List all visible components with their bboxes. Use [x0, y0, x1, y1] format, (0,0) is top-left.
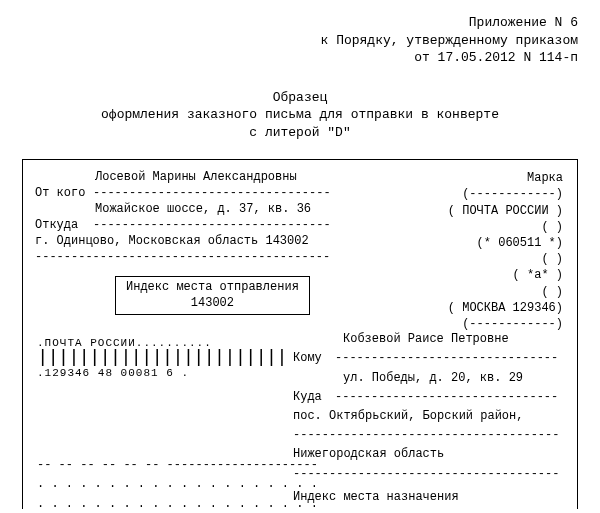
grid-row1: -- -- -- -- -- -- ---------------------	[37, 456, 318, 475]
from-label: От кого	[35, 186, 93, 200]
appendix-line3: от 17.05.2012 N 114-п	[22, 49, 578, 67]
grid-row2: . . . . . . . . . . . . . . . . . . . .	[37, 475, 318, 494]
dash-line: ---------------------------------	[93, 218, 331, 232]
dash-line: ----------------------------------------…	[35, 250, 330, 264]
recipient-addr1: ул. Победы, д. 20, кв. 29	[343, 369, 523, 388]
stamp-empty1: ( )	[433, 219, 563, 235]
stamp-dash: (------------)	[433, 186, 563, 202]
stamp-date: (* 060511 *)	[433, 235, 563, 251]
sender-addr1: Можайское шоссе, д. 37, кв. 36	[95, 202, 311, 216]
index-grid: -- -- -- -- -- -- --------------------- …	[37, 456, 318, 509]
origin-index-value: 143002	[126, 296, 299, 312]
appendix-line2: к Порядку, утвержденному приказом	[22, 32, 578, 50]
document-title: Образец оформления заказного письма для …	[22, 89, 578, 142]
stamp-a: ( *a* )	[433, 267, 563, 283]
title-line1: Образец	[22, 89, 578, 107]
sender-name: Лосевой Марины Александровны	[95, 170, 297, 184]
envelope-frame: Лосевой Марины Александровны От кого ---…	[22, 159, 578, 509]
stamp-label: Марка	[433, 170, 563, 186]
dash-line: -------------------------------	[335, 388, 558, 407]
recipient-addr2: пос. Октябрьский, Борский район,	[293, 407, 523, 426]
appendix-line1: Приложение N 6	[22, 14, 578, 32]
origin-index-box: Индекс места отправления 143002	[115, 276, 310, 315]
dash-line: -------------------------------	[335, 349, 558, 368]
dash-line: -------------------------------------	[293, 426, 559, 445]
stamp-empty2: ( )	[433, 251, 563, 267]
recipient-block: Кобзевой Раисе Петровне Кому -----------…	[293, 330, 563, 509]
where-from-label: Откуда	[35, 218, 93, 232]
recipient-name: Кобзевой Раисе Петровне	[343, 330, 509, 349]
title-line3: с литерой "D"	[22, 124, 578, 142]
to-label: Кому	[293, 349, 335, 368]
appendix-header: Приложение N 6 к Порядку, утвержденному …	[22, 14, 578, 67]
sender-block: Лосевой Марины Александровны От кого ---…	[35, 170, 340, 315]
where-to-label: Куда	[293, 388, 335, 407]
dest-index-label: Индекс места назначения	[293, 488, 563, 507]
sender-addr2: г. Одинцово, Московская область 143002	[35, 234, 309, 248]
form-page: Приложение N 6 к Порядку, утвержденному …	[0, 0, 600, 509]
grid-row3: . . . . . . . . . . . . . . . . . . . .	[37, 495, 318, 510]
dash-line: ---------------------------------	[93, 186, 331, 200]
stamp-block: Марка (------------) ( ПОЧТА РОССИИ ) ( …	[433, 170, 563, 332]
dash-line: -------------------------------------	[293, 465, 559, 484]
stamp-empty3: ( )	[433, 284, 563, 300]
origin-index-label: Индекс места отправления	[126, 280, 299, 296]
title-line2: оформления заказного письма для отправки…	[22, 106, 578, 124]
stamp-moscow: ( МОСКВА 129346)	[433, 300, 563, 316]
stamp-post: ( ПОЧТА РОССИИ )	[433, 203, 563, 219]
